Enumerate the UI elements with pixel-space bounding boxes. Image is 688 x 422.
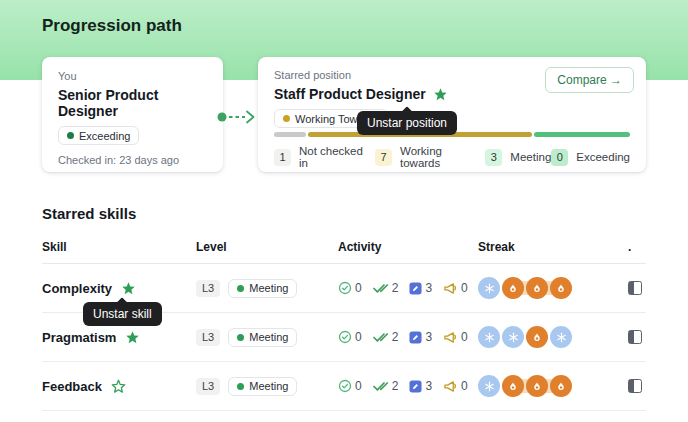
status-badge-label: Meeting bbox=[249, 282, 288, 294]
activity-shoutout: 0 bbox=[443, 281, 468, 295]
column-streak: Streak bbox=[478, 240, 628, 254]
check-circle-icon bbox=[338, 379, 352, 393]
progression-page: Progression path You Senior Product Desi… bbox=[0, 0, 688, 422]
meeting-dot-icon bbox=[237, 383, 244, 390]
activity-feedback-note: 3 bbox=[409, 379, 432, 393]
side-panel-icon[interactable] bbox=[628, 379, 642, 393]
you-card: You Senior Product Designer Exceeding Ch… bbox=[42, 57, 223, 172]
checked-in-text: Checked in: 23 days ago bbox=[58, 154, 207, 166]
status-badge: Meeting bbox=[228, 279, 297, 298]
column-activity: Activity bbox=[338, 240, 478, 254]
activity-count: 3 bbox=[425, 330, 432, 344]
compare-button[interactable]: Compare → bbox=[545, 67, 634, 93]
activity-count: 2 bbox=[392, 281, 399, 295]
activity-shoutout: 0 bbox=[443, 379, 468, 393]
star-outline-icon[interactable] bbox=[111, 379, 126, 394]
legend-item-exceeding: 0Exceeding bbox=[551, 145, 630, 169]
activity-double-check: 2 bbox=[373, 379, 399, 393]
double-check-icon bbox=[373, 282, 389, 294]
exceeding-dot-icon bbox=[67, 132, 74, 139]
activity-feedback-note: 3 bbox=[409, 281, 432, 295]
activity-count: 2 bbox=[392, 379, 399, 393]
column-skill: Skill bbox=[42, 240, 196, 254]
check-circle-icon bbox=[338, 281, 352, 295]
activity-count: 0 bbox=[355, 379, 362, 393]
activity-shoutout: 0 bbox=[443, 330, 468, 344]
legend-count-badge: 3 bbox=[485, 149, 502, 166]
feedback-note-icon bbox=[409, 282, 422, 295]
meeting-dot-icon bbox=[237, 334, 244, 341]
legend-count-badge: 0 bbox=[551, 149, 568, 166]
streak-cell bbox=[478, 277, 628, 299]
starred-card-title-text: Staff Product Designer bbox=[274, 86, 426, 102]
streak-flame-icon bbox=[526, 375, 548, 397]
activity-count: 0 bbox=[461, 379, 468, 393]
starred-skills-title: Starred skills bbox=[42, 205, 136, 222]
streak-flame-icon bbox=[550, 277, 572, 299]
star-filled-icon[interactable] bbox=[125, 330, 140, 345]
column-level: Level bbox=[196, 240, 338, 254]
page-title: Progression path bbox=[42, 16, 182, 36]
shoutout-icon bbox=[443, 331, 458, 344]
level-badge: L3 bbox=[196, 378, 220, 395]
legend-label: Exceeding bbox=[576, 151, 630, 163]
streak-cell bbox=[478, 326, 628, 348]
unstar-position-tooltip: Unstar position bbox=[357, 111, 457, 135]
streak-flame-icon bbox=[550, 375, 572, 397]
table-row: FeedbackL3Meeting0230 bbox=[42, 362, 646, 411]
legend-count-badge: 1 bbox=[274, 149, 291, 166]
status-badge: Exceeding bbox=[58, 126, 139, 145]
legend-count-badge: 7 bbox=[375, 149, 392, 166]
shoutout-icon bbox=[443, 380, 458, 393]
you-card-label: You bbox=[58, 70, 207, 82]
streak-frozen-icon bbox=[478, 277, 500, 299]
activity-count: 0 bbox=[461, 330, 468, 344]
activity-count: 0 bbox=[461, 281, 468, 295]
status-badge: Meeting bbox=[228, 328, 297, 347]
column-actions: . bbox=[628, 240, 646, 254]
checkin-legend: 1Not checked in7Working towards3Meeting0… bbox=[274, 145, 630, 169]
skill-name: Complexity bbox=[42, 281, 112, 296]
streak-frozen-icon bbox=[478, 375, 500, 397]
activity-count: 3 bbox=[425, 379, 432, 393]
activity-double-check: 2 bbox=[373, 281, 399, 295]
progress-segment-meeting bbox=[534, 132, 630, 137]
legend-item-meeting: 3Meeting bbox=[485, 145, 551, 169]
side-panel-icon[interactable] bbox=[628, 281, 642, 295]
double-check-icon bbox=[373, 331, 389, 343]
feedback-note-icon bbox=[409, 380, 422, 393]
activity-count: 0 bbox=[355, 281, 362, 295]
streak-frozen-icon bbox=[478, 326, 500, 348]
status-badge: Meeting bbox=[228, 377, 297, 396]
side-panel-icon[interactable] bbox=[628, 330, 642, 344]
streak-frozen-icon bbox=[550, 326, 572, 348]
streak-frozen-icon bbox=[502, 326, 524, 348]
skill-name: Pragmatism bbox=[42, 330, 116, 345]
double-check-icon bbox=[373, 380, 389, 392]
activity-count: 3 bbox=[425, 281, 432, 295]
activity-check-circle: 0 bbox=[338, 330, 362, 344]
status-badge-label: Exceeding bbox=[79, 130, 130, 142]
level-badge: L3 bbox=[196, 280, 220, 297]
meeting-dot-icon bbox=[237, 285, 244, 292]
status-badge-label: Meeting bbox=[249, 380, 288, 392]
streak-cell bbox=[478, 375, 628, 397]
you-card-title: Senior Product Designer bbox=[58, 87, 207, 119]
feedback-note-icon bbox=[409, 331, 422, 344]
streak-flame-icon bbox=[526, 326, 548, 348]
level-badge: L3 bbox=[196, 329, 220, 346]
legend-label: Meeting bbox=[510, 151, 551, 163]
activity-count: 2 bbox=[392, 330, 399, 344]
star-filled-icon[interactable] bbox=[121, 281, 136, 296]
activity-cell: 0230 bbox=[338, 379, 478, 393]
legend-label: Working towards bbox=[400, 145, 485, 169]
check-circle-icon bbox=[338, 330, 352, 344]
star-icon[interactable] bbox=[433, 87, 448, 102]
activity-feedback-note: 3 bbox=[409, 330, 432, 344]
activity-check-circle: 0 bbox=[338, 379, 362, 393]
shoutout-icon bbox=[443, 282, 458, 295]
activity-cell: 0230 bbox=[338, 281, 478, 295]
path-connector-arrow bbox=[217, 109, 259, 129]
legend-item-working-towards: 7Working towards bbox=[375, 145, 485, 169]
streak-flame-icon bbox=[502, 375, 524, 397]
